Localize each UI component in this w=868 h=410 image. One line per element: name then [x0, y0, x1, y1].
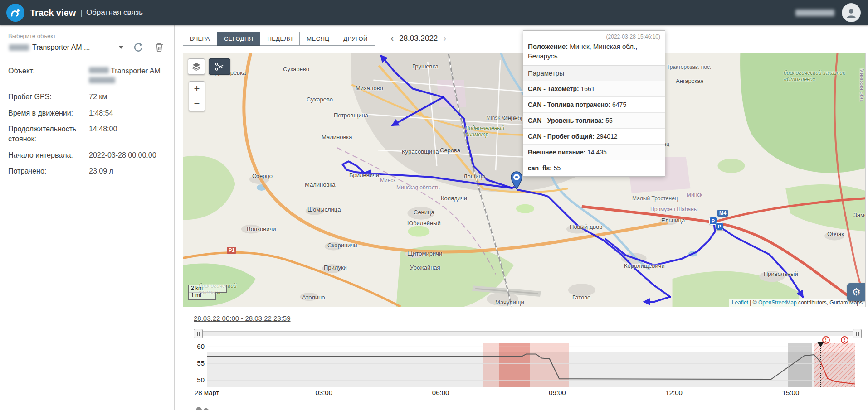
param-value: 294012 — [596, 133, 618, 140]
svg-text:60: 60 — [197, 342, 205, 350]
param-row: CAN - Тахометр1661 — [523, 81, 665, 97]
time-range-link[interactable]: 28.03.22 00:00 - 28.03.22 23:59 — [194, 314, 291, 322]
slider-handle-left[interactable] — [194, 329, 203, 338]
field-label: Время в движении: — [8, 108, 89, 118]
fuel-chart[interactable]: 50556028 март03:0006:0009:0012:0015:00 !… — [194, 342, 858, 410]
field-label: Пробег GPS: — [8, 92, 89, 102]
delete-button[interactable] — [152, 41, 166, 54]
next-day-button[interactable]: › — [440, 34, 449, 43]
map-scale: 2 km 1 mi — [188, 285, 227, 300]
field-value: 23.09 л — [89, 166, 113, 176]
period-toolbar: ВЧЕРА СЕГОДНЯ НЕДЕЛЯ МЕСЯЦ ДРУГОЙ ‹ 28.0… — [183, 31, 449, 46]
object-select-value: Transporter AM ... — [32, 43, 90, 52]
field-motion-time: Время в движении: 1:48:54 — [8, 108, 166, 118]
period-tabs: ВЧЕРА СЕГОДНЯ НЕДЕЛЯ МЕСЯЦ ДРУГОЙ — [183, 32, 375, 46]
redacted-username — [795, 10, 834, 16]
scale-mi: 1 mi — [188, 292, 216, 300]
location-label: Положение: — [528, 43, 568, 50]
field-parking-duration: Продолжительность стоянок: 14:48:00 — [8, 124, 166, 144]
param-row: CAN - Уровень топлива55 — [523, 113, 665, 129]
field-label: Продолжительность стоянок: — [8, 124, 89, 144]
user-avatar[interactable] — [842, 3, 861, 22]
vehicle-marker[interactable] — [510, 171, 523, 189]
zoom-control: + − — [189, 81, 205, 111]
sidebar: Выберите объект Transporter AM ... Объек… — [0, 25, 175, 410]
field-label: Объект: — [8, 66, 89, 86]
map-settings-button[interactable]: ⚙ — [847, 283, 865, 301]
svg-text:28 март: 28 март — [195, 389, 219, 396]
feedback-link[interactable]: Обратная связь — [86, 8, 143, 17]
prev-day-button[interactable]: ‹ — [388, 34, 396, 43]
svg-text:55: 55 — [197, 359, 205, 367]
params-header: Параметры — [523, 65, 665, 81]
object-select[interactable]: Transporter AM ... — [8, 41, 124, 54]
redacted-object-prefix — [9, 44, 29, 51]
field-label: Начало интервала: — [8, 150, 89, 160]
fuel-chart-canvas: 50556028 март03:0006:0009:0012:0015:00 — [194, 342, 858, 398]
svg-text:09:00: 09:00 — [549, 389, 566, 396]
param-row: CAN - Топлива потрачено6475 — [523, 97, 665, 113]
tooltip-timestamp: (2022-03-28 15:46:10) — [523, 31, 665, 41]
date-navigation: ‹ 28.03.2022 › — [388, 34, 449, 43]
param-value: 55 — [554, 164, 561, 172]
map-layers-button[interactable] — [188, 58, 205, 75]
param-label: CAN - Топлива потрачено — [528, 101, 612, 108]
field-value: 1:48:54 — [89, 108, 113, 118]
field-mileage: Пробег GPS: 72 км — [8, 92, 166, 102]
param-label: CAN - Тахометр — [528, 85, 581, 92]
param-label: can_fls — [528, 164, 554, 172]
param-row: can_fls55 — [523, 160, 665, 176]
chevron-down-icon — [119, 46, 123, 49]
param-value: 14.435 — [587, 149, 607, 156]
param-row: Внешнее питание14.435 — [523, 145, 665, 160]
svg-text:15:00: 15:00 — [782, 389, 800, 396]
param-value: 1661 — [581, 85, 595, 92]
track-cut-button[interactable] — [209, 58, 230, 75]
tab-today[interactable]: СЕГОДНЯ — [217, 32, 261, 46]
param-value: 6475 — [612, 101, 626, 108]
param-label: Внешнее питание — [528, 149, 587, 156]
slider-handle-right[interactable] — [853, 329, 862, 338]
tooltip-location: Положение:Минск, Минская обл., Беларусь — [523, 41, 665, 65]
field-value: 72 км — [89, 92, 107, 102]
tab-other[interactable]: ДРУГОЙ — [336, 32, 375, 46]
svg-text:12:00: 12:00 — [665, 389, 683, 396]
field-interval-start: Начало интервала: 2022-03-28 00:00:00 — [8, 150, 166, 160]
current-date: 28.03.2022 — [399, 34, 438, 43]
app-logo-icon — [6, 4, 24, 22]
header-separator: | — [80, 8, 83, 18]
page-title: Track view — [30, 8, 76, 18]
tab-yesterday[interactable]: ВЧЕРА — [183, 32, 217, 46]
object-stats: Объект: Transporter AM Пробег GPS: 72 км… — [8, 66, 166, 176]
object-select-label: Выберите объект — [8, 33, 166, 39]
param-row: CAN - Пробег общий294012 — [523, 129, 665, 145]
field-fuel-spent: Потрачено: 23.09 л — [8, 166, 166, 176]
tab-week[interactable]: НЕДЕЛЯ — [260, 32, 300, 46]
app-header: Track view | Обратная связь — [0, 0, 868, 25]
param-value: 55 — [605, 117, 613, 124]
param-label: CAN - Пробег общий — [528, 133, 596, 140]
param-label: CAN - Уровень топлива — [528, 117, 605, 124]
svg-text:03:00: 03:00 — [316, 389, 333, 396]
timeline-slider[interactable] — [194, 329, 862, 338]
map-attribution: Leaflet | © OpenStreetMap contributors, … — [729, 299, 865, 307]
field-label: Потрачено: — [8, 166, 89, 176]
field-object: Объект: Transporter AM — [8, 66, 166, 86]
field-value: 14:48:00 — [89, 124, 117, 144]
redacted-object-prefix — [89, 67, 109, 73]
refresh-button[interactable] — [132, 41, 145, 54]
tab-month[interactable]: МЕСЯЦ — [299, 32, 336, 46]
slider-track[interactable] — [197, 331, 858, 336]
attribution-separator: | © — [748, 299, 758, 306]
leaflet-link[interactable]: Leaflet — [732, 299, 748, 306]
svg-text:06:00: 06:00 — [432, 389, 449, 396]
svg-text:50: 50 — [197, 376, 205, 384]
osm-link[interactable]: OpenStreetMap — [758, 299, 797, 306]
params-table: CAN - Тахометр1661 CAN - Топлива потраче… — [523, 81, 665, 176]
mini-chart-icon[interactable] — [194, 401, 215, 410]
zoom-out-button[interactable]: − — [189, 96, 205, 111]
redacted-object-suffix — [89, 77, 115, 83]
point-info-tooltip: (2022-03-28 15:46:10) Положение:Минск, М… — [523, 30, 665, 177]
zoom-in-button[interactable]: + — [189, 82, 205, 96]
field-value: Transporter AM — [89, 66, 166, 86]
